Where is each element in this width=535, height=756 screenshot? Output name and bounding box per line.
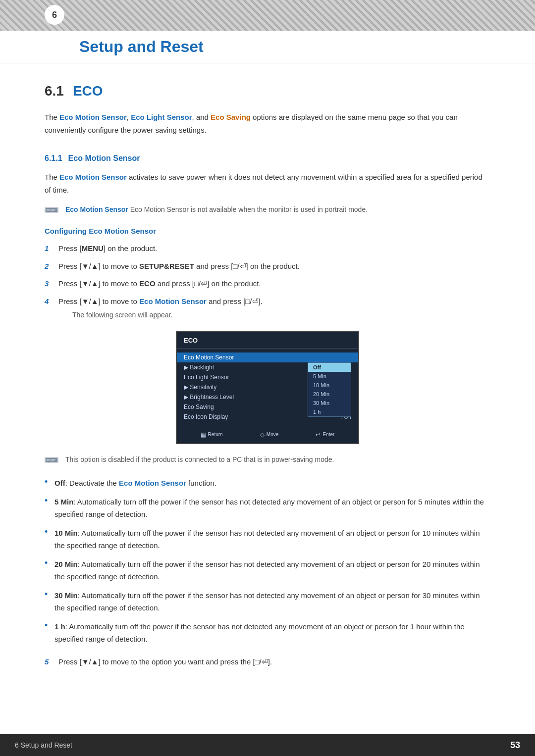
- subsection-body: The Eco Motion Sensor activates to save …: [45, 171, 490, 196]
- subsection-header: 6.1.1 Eco Motion Sensor: [45, 154, 490, 163]
- screen-title: ECO: [177, 337, 358, 349]
- note-term: Eco Motion Sensor: [65, 205, 128, 213]
- svg-rect-7: [47, 459, 50, 461]
- step5-list: 5 Press [▼/▲] to move to the option you …: [45, 655, 490, 668]
- config-heading: Configuring Eco Motion Sensor: [45, 227, 490, 235]
- svg-rect-4: [51, 210, 54, 211]
- dropdown-item-5min: 5 Min: [308, 372, 351, 381]
- note-box: Eco Motion Sensor Eco Motion Sensor is n…: [45, 204, 490, 215]
- screen-note-box: This option is disabled if the product i…: [45, 454, 490, 465]
- dropdown-item-off: Off: [308, 363, 351, 372]
- bullet-5min: • 5 Min: Automatically turn off the powe…: [45, 496, 490, 521]
- screen-note-icon: [45, 455, 60, 465]
- footer-page-number: 53: [510, 740, 520, 751]
- chapter-icon: 6: [45, 5, 64, 25]
- step-1: 1 Press [MENU] on the product.: [45, 242, 490, 255]
- term-eco-motion-sensor: Eco Motion Sensor: [59, 113, 127, 121]
- page-title: Setup and Reset: [79, 38, 535, 56]
- step-5: 5 Press [▼/▲] to move to the option you …: [45, 655, 490, 668]
- footer-left-label: 6 Setup and Reset: [15, 741, 72, 749]
- step-4: 4 Press [▼/▲] to move to Eco Motion Sens…: [45, 295, 490, 321]
- svg-rect-2: [47, 209, 50, 211]
- bullet-list: • Off: Deactivate the Eco Motion Sensor …: [45, 477, 490, 646]
- dropdown-item-10min: 10 Min: [308, 381, 351, 390]
- bullet-30min: • 30 Min: Automatically turn off the pow…: [45, 589, 490, 614]
- bullet-10min: • 10 Min: Automatically turn off the pow…: [45, 527, 490, 552]
- main-content: 6.1 ECO The Eco Motion Sensor, Eco Light…: [0, 63, 535, 717]
- screen-menu: Eco Motion Sensor Off 5 Min 10 Min 20 Mi…: [177, 349, 358, 426]
- step4-sub: The following screen will appear.: [72, 309, 490, 320]
- dropdown-item-1h: 1 h: [308, 407, 351, 416]
- header-stripe-bar: 6: [0, 0, 535, 31]
- term-eco-saving: Eco Saving: [211, 113, 251, 121]
- section-name: ECO: [73, 83, 103, 99]
- step-3: 3 Press [▼/▲] to move to ECO and press […: [45, 277, 490, 290]
- screen-btn-return: ▦ Return: [201, 431, 223, 438]
- screen-container: ECO Eco Motion Sensor Off 5 Min 10 Min: [45, 331, 490, 444]
- screen-menu-wrapper: Eco Motion Sensor Off 5 Min 10 Min 20 Mi…: [177, 349, 358, 439]
- term-eco-light-sensor: Eco Light Sensor: [131, 113, 192, 121]
- steps-list: 1 Press [MENU] on the product. 2 Press […: [45, 242, 490, 320]
- section-number: 6.1: [45, 83, 64, 99]
- svg-rect-9: [51, 460, 54, 461]
- page-title-bar: Setup and Reset: [0, 31, 535, 63]
- bullet-20min: • 20 Min: Automatically turn off the pow…: [45, 558, 490, 583]
- screen-mockup: ECO Eco Motion Sensor Off 5 Min 10 Min: [176, 331, 359, 444]
- subsection-number: 6.1.1: [45, 154, 62, 163]
- svg-rect-3: [51, 209, 55, 210]
- screen-btn-enter: ↵ Enter: [316, 431, 334, 438]
- subsection-name: Eco Motion Sensor: [68, 154, 140, 163]
- note-icon: [45, 205, 60, 215]
- screen-bottom-bar: ▦ Return ◇ Move ↵ Enter: [177, 428, 358, 439]
- body-term: Eco Motion Sensor: [59, 173, 127, 181]
- intro-paragraph: The Eco Motion Sensor, Eco Light Sensor,…: [45, 111, 490, 136]
- dropdown-item-20min: 20 Min: [308, 390, 351, 399]
- bullet-1h: • 1 h: Automatically turn off the power …: [45, 620, 490, 646]
- footer-bar: 6 Setup and Reset 53: [0, 734, 535, 756]
- step-2: 2 Press [▼/▲] to move to SETUP&RESET and…: [45, 260, 490, 273]
- dropdown-menu: Off 5 Min 10 Min 20 Min 30 Min 1 h: [308, 362, 351, 417]
- svg-rect-8: [51, 459, 55, 460]
- note-text: Eco Motion Sensor Eco Motion Sensor is n…: [65, 204, 368, 215]
- bullet-off: • Off: Deactivate the Eco Motion Sensor …: [45, 477, 490, 490]
- section-header: 6.1 ECO: [45, 83, 490, 99]
- dropdown-item-30min: 30 Min: [308, 399, 351, 407]
- screen-note-text: This option is disabled if the product i…: [65, 454, 334, 465]
- screen-btn-move: ◇ Move: [260, 431, 278, 438]
- screen-row-eco-motion: Eco Motion Sensor: [177, 353, 358, 362]
